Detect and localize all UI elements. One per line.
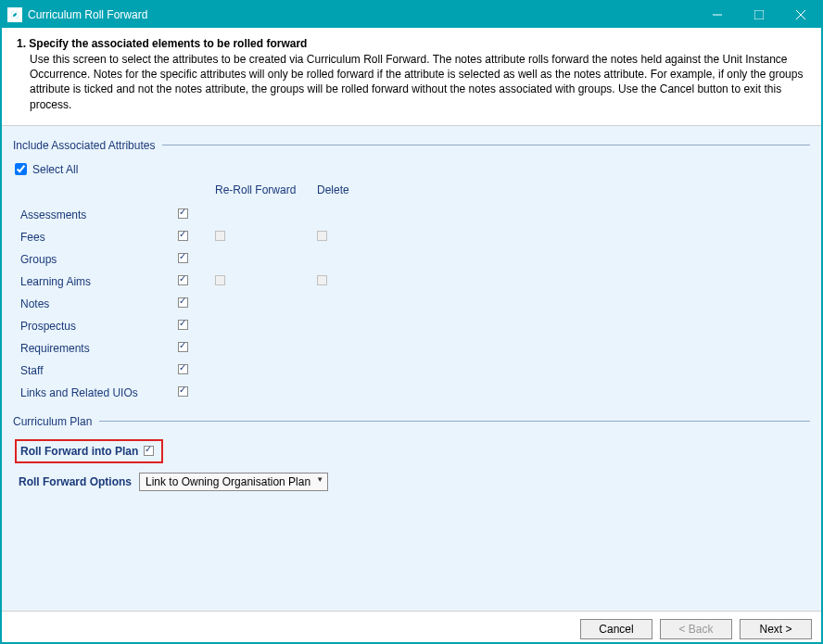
attribute-label: Notes bbox=[20, 297, 178, 310]
wizard-footer: Cancel < Back Next > bbox=[2, 611, 821, 644]
attribute-checkbox[interactable] bbox=[178, 320, 188, 330]
wizard-header: 1. Specify the associated elements to be… bbox=[2, 28, 821, 126]
divider bbox=[162, 145, 810, 145]
attribute-checkbox[interactable] bbox=[178, 275, 188, 285]
delete-checkbox bbox=[317, 275, 327, 285]
attribute-checkbox[interactable] bbox=[178, 297, 188, 308]
attributes-group-label: Include Associated Attributes bbox=[13, 139, 155, 152]
attribute-checkbox[interactable] bbox=[178, 208, 188, 219]
attribute-label: Fees bbox=[20, 231, 178, 244]
roll-forward-options-value: Link to Owning Organisation Plan bbox=[146, 475, 310, 488]
column-header-delete: Delete bbox=[317, 183, 391, 196]
plan-group: Curriculum Plan Roll Forward into Plan R… bbox=[13, 415, 810, 491]
cancel-button[interactable]: Cancel bbox=[580, 619, 652, 639]
next-button[interactable]: Next > bbox=[740, 619, 812, 639]
attribute-row: Notes bbox=[20, 293, 810, 315]
divider bbox=[99, 421, 810, 422]
svg-rect-1 bbox=[754, 10, 764, 19]
roll-forward-into-plan-highlight: Roll Forward into Plan bbox=[15, 439, 163, 463]
minimize-button[interactable] bbox=[696, 2, 738, 28]
attribute-row: Links and Related UIOs bbox=[20, 382, 810, 404]
window-title: Curriculum Roll Forward bbox=[28, 8, 696, 21]
back-button[interactable]: < Back bbox=[660, 619, 732, 639]
step-title: 1. Specify the associated elements to be… bbox=[17, 37, 806, 50]
attribute-checkbox[interactable] bbox=[178, 364, 188, 374]
reroll-checkbox bbox=[215, 275, 225, 285]
roll-forward-into-plan-checkbox[interactable] bbox=[144, 446, 154, 456]
attributes-group: Include Associated Attributes Select All… bbox=[13, 139, 810, 404]
roll-forward-into-plan-label: Roll Forward into Plan bbox=[20, 445, 138, 458]
attribute-label: Groups bbox=[20, 253, 178, 266]
attribute-row: Staff bbox=[20, 360, 810, 382]
close-button[interactable] bbox=[779, 2, 821, 28]
attribute-row: Groups bbox=[20, 248, 810, 271]
attributes-table: Re-Roll Forward Delete AssessmentsFeesGr… bbox=[20, 183, 810, 404]
attribute-row: Fees bbox=[20, 226, 810, 248]
roll-forward-options-combo[interactable]: Link to Owning Organisation Plan bbox=[139, 473, 328, 491]
attribute-row: Requirements bbox=[20, 337, 810, 360]
attribute-checkbox[interactable] bbox=[178, 386, 188, 397]
attribute-row: Assessments bbox=[20, 204, 810, 226]
attribute-label: Prospectus bbox=[20, 320, 178, 333]
reroll-checkbox bbox=[215, 231, 225, 241]
maximize-button[interactable] bbox=[738, 2, 779, 28]
attribute-label: Learning Aims bbox=[20, 275, 178, 288]
app-icon bbox=[7, 7, 22, 22]
delete-checkbox bbox=[317, 231, 327, 241]
attribute-label: Staff bbox=[20, 364, 178, 377]
attribute-row: Learning Aims bbox=[20, 271, 810, 293]
select-all-label: Select All bbox=[32, 163, 78, 176]
titlebar: Curriculum Roll Forward bbox=[2, 2, 821, 28]
plan-group-label: Curriculum Plan bbox=[13, 415, 92, 428]
attribute-label: Links and Related UIOs bbox=[20, 386, 178, 399]
attribute-checkbox[interactable] bbox=[178, 342, 188, 352]
attribute-row: Prospectus bbox=[20, 315, 810, 337]
roll-forward-options-label: Roll Forward Options bbox=[19, 475, 132, 488]
select-all-checkbox[interactable] bbox=[15, 163, 27, 175]
column-header-reroll: Re-Roll Forward bbox=[215, 183, 317, 196]
content-area: Include Associated Attributes Select All… bbox=[2, 126, 821, 611]
attribute-label: Requirements bbox=[20, 342, 178, 355]
attribute-checkbox[interactable] bbox=[178, 231, 188, 241]
attribute-checkbox[interactable] bbox=[178, 253, 188, 263]
attribute-label: Assessments bbox=[20, 208, 178, 221]
step-description: Use this screen to select the attributes… bbox=[30, 52, 806, 112]
